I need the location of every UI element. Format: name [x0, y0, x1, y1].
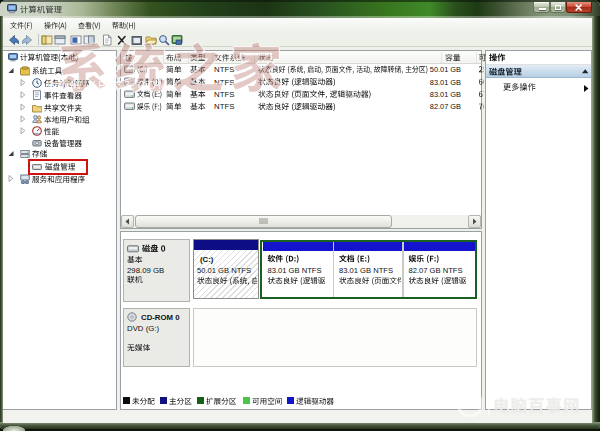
svg-text:298.09 GB: 298.09 GB [127, 266, 164, 275]
svg-text:DVD (G:): DVD (G:) [127, 324, 159, 333]
svg-text:82.07 GB NTFS: 82.07 GB NTFS [409, 266, 463, 275]
svg-text:50.01 GB: 50.01 GB [430, 65, 461, 74]
svg-text:82.07 GB: 82.07 GB [430, 102, 461, 111]
svg-text:NTFS: NTFS [214, 90, 234, 99]
svg-text:WWW.XP933.COM: WWW.XP933.COM [47, 79, 167, 91]
svg-text:(C:): (C:) [200, 255, 214, 264]
svg-text:83.01 GB: 83.01 GB [430, 90, 461, 99]
svg-text:NTFS: NTFS [214, 65, 234, 74]
svg-text:50.01 GB NTFS: 50.01 GB NTFS [197, 266, 251, 275]
svg-text:83.01 GB NTFS: 83.01 GB NTFS [268, 266, 322, 275]
svg-text:NTFS: NTFS [214, 102, 234, 111]
svg-text:83.01 GB NTFS: 83.01 GB NTFS [339, 266, 393, 275]
svg-text:CD-ROM 0: CD-ROM 0 [141, 313, 180, 322]
svg-text:83.01 GB: 83.01 GB [430, 78, 461, 87]
